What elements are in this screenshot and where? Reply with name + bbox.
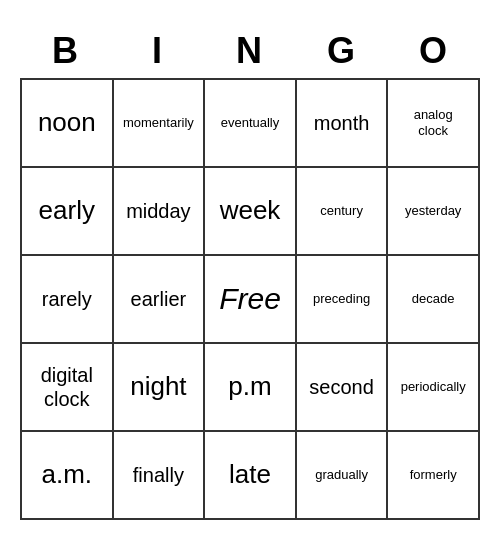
- cell-text-1-4: yesterday: [405, 203, 461, 219]
- header-letter-I: I: [112, 24, 204, 78]
- cell-text-4-0: a.m.: [42, 459, 93, 490]
- header-letter-B: B: [20, 24, 112, 78]
- cell-text-2-0: rarely: [42, 287, 92, 311]
- bingo-grid: noonmomentarilyeventuallymonthanalogcloc…: [20, 78, 480, 520]
- cell-text-4-4: formerly: [410, 467, 457, 483]
- header-letter-N: N: [204, 24, 296, 78]
- bingo-cell-2-1: earlier: [114, 256, 206, 344]
- cell-text-0-0: noon: [38, 107, 96, 138]
- bingo-cell-3-3: second: [297, 344, 389, 432]
- bingo-cell-2-3: preceding: [297, 256, 389, 344]
- bingo-cell-3-0: digitalclock: [22, 344, 114, 432]
- cell-text-0-1: momentarily: [123, 115, 194, 131]
- bingo-cell-3-1: night: [114, 344, 206, 432]
- cell-text-4-2: late: [229, 459, 271, 490]
- cell-text-0-2: eventually: [221, 115, 280, 131]
- bingo-cell-0-3: month: [297, 80, 389, 168]
- bingo-card: BINGO noonmomentarilyeventuallymonthanal…: [20, 24, 480, 520]
- cell-text-1-1: midday: [126, 199, 190, 223]
- bingo-cell-0-0: noon: [22, 80, 114, 168]
- bingo-cell-1-3: century: [297, 168, 389, 256]
- bingo-cell-4-4: formerly: [388, 432, 480, 520]
- cell-text-3-2: p.m: [228, 371, 271, 402]
- cell-text-0-3: month: [314, 111, 370, 135]
- bingo-cell-3-4: periodically: [388, 344, 480, 432]
- bingo-cell-4-1: finally: [114, 432, 206, 520]
- header-letter-O: O: [388, 24, 480, 78]
- cell-text-3-4: periodically: [401, 379, 466, 395]
- bingo-cell-0-4: analogclock: [388, 80, 480, 168]
- bingo-cell-2-2: Free: [205, 256, 297, 344]
- bingo-cell-0-1: momentarily: [114, 80, 206, 168]
- bingo-cell-2-0: rarely: [22, 256, 114, 344]
- bingo-cell-1-1: midday: [114, 168, 206, 256]
- cell-text-2-2: Free: [219, 281, 281, 317]
- cell-text-4-1: finally: [133, 463, 184, 487]
- cell-text-3-3: second: [309, 375, 374, 399]
- cell-text-4-3: gradually: [315, 467, 368, 483]
- bingo-cell-4-3: gradually: [297, 432, 389, 520]
- cell-text-2-3: preceding: [313, 291, 370, 307]
- cell-text-2-1: earlier: [131, 287, 187, 311]
- bingo-cell-4-0: a.m.: [22, 432, 114, 520]
- cell-text-1-3: century: [320, 203, 363, 219]
- bingo-cell-1-2: week: [205, 168, 297, 256]
- bingo-cell-3-2: p.m: [205, 344, 297, 432]
- cell-text-3-1: night: [130, 371, 186, 402]
- bingo-cell-0-2: eventually: [205, 80, 297, 168]
- cell-text-2-4: decade: [412, 291, 455, 307]
- bingo-cell-1-4: yesterday: [388, 168, 480, 256]
- header-letter-G: G: [296, 24, 388, 78]
- cell-text-3-0: digitalclock: [41, 363, 93, 411]
- bingo-cell-1-0: early: [22, 168, 114, 256]
- bingo-header: BINGO: [20, 24, 480, 78]
- bingo-cell-2-4: decade: [388, 256, 480, 344]
- cell-text-1-0: early: [39, 195, 95, 226]
- cell-text-0-4: analogclock: [414, 107, 453, 138]
- cell-text-1-2: week: [220, 195, 281, 226]
- bingo-cell-4-2: late: [205, 432, 297, 520]
